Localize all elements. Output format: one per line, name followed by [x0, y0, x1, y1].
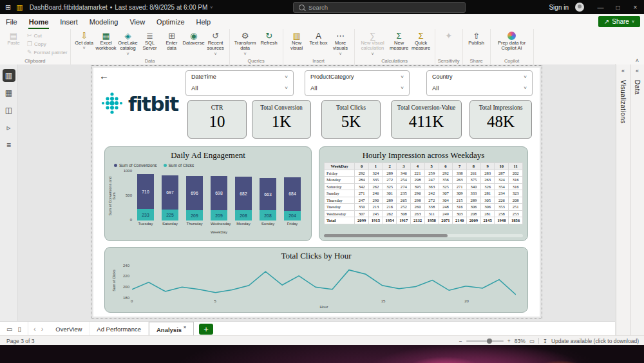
- prep-data-for-copilot-ai-button[interactable]: Prep data for Copilot AI: [493, 30, 531, 52]
- matrix-cell[interactable]: 249: [439, 210, 453, 217]
- matrix-cell[interactable]: 316: [453, 204, 467, 211]
- matrix-cell[interactable]: 354: [495, 183, 509, 190]
- bar-saturday[interactable]: 697225: [162, 175, 178, 221]
- matrix-cell[interactable]: 346: [397, 170, 411, 177]
- matrix-cell[interactable]: 325: [439, 183, 453, 190]
- matrix-cell[interactable]: 283: [480, 170, 495, 177]
- matrix-cell[interactable]: 260: [411, 204, 425, 211]
- matrix-row[interactable]: Wednesday3072452623082633112493032082812…: [325, 210, 523, 217]
- matrix-cell[interactable]: 356: [439, 177, 453, 184]
- matrix-scrollbar-thumb[interactable]: [324, 234, 448, 237]
- bar-monday[interactable]: 682208: [235, 177, 252, 221]
- onelake-catalog-button[interactable]: ◈OneLake catalog˅: [117, 30, 139, 57]
- matrix-cell[interactable]: 272: [383, 177, 397, 184]
- matrix-cell[interactable]: 324: [369, 170, 383, 177]
- expand-visualizations-icon[interactable]: «: [621, 68, 625, 74]
- matrix-cell[interactable]: 316: [509, 177, 523, 184]
- matrix-cell[interactable]: 335: [369, 177, 383, 184]
- matrix-cell[interactable]: 342: [355, 183, 369, 190]
- matrix-cell[interactable]: 350: [355, 204, 369, 211]
- matrix-cell[interactable]: 292: [355, 170, 369, 177]
- report-view-button[interactable]: ▥: [3, 69, 15, 82]
- refresh-button[interactable]: ↻Refresh: [258, 30, 280, 46]
- matrix-column-header[interactable]: 3: [397, 163, 411, 170]
- matrix-cell[interactable]: 290: [369, 197, 383, 204]
- matrix-cell[interactable]: 253: [509, 210, 523, 217]
- matrix-cell[interactable]: 326: [480, 183, 495, 190]
- mobile-layout-icon[interactable]: ▯: [17, 326, 21, 333]
- matrix-cell[interactable]: 245: [369, 210, 383, 217]
- hourly-impression-card[interactable]: Hourly Impression across Weekdays WeekDa…: [319, 146, 528, 241]
- matrix-cell[interactable]: 262: [369, 183, 383, 190]
- slicer-value-row[interactable]: All˅: [310, 84, 404, 92]
- matrix-total-row[interactable]: Total20991915195419172132195820712140200…: [325, 217, 523, 224]
- kpi-card-total-clicks[interactable]: Total Clicks5K: [321, 100, 381, 139]
- legend-item-sum-of-conversions[interactable]: Sum of Conversions: [114, 163, 157, 168]
- report-page[interactable]: ← fitbit DateTime˅All˅ProductCategory˅Al…: [93, 68, 540, 317]
- matrix-cell[interactable]: 263: [411, 210, 425, 217]
- bar-segment-conversions[interactable]: 696: [186, 176, 203, 210]
- model-view-button[interactable]: ◫: [3, 104, 15, 117]
- matrix-column-header[interactable]: 10: [495, 163, 509, 170]
- matrix-cell[interactable]: 325: [383, 183, 397, 190]
- matrix-cell[interactable]: 306: [467, 204, 481, 211]
- matrix-cell[interactable]: 247: [424, 177, 439, 184]
- matrix-cell[interactable]: 301: [383, 190, 397, 197]
- matrix-cell[interactable]: 363: [424, 183, 439, 190]
- matrix-cell[interactable]: Monday: [325, 177, 355, 184]
- matrix-cell[interactable]: 323: [509, 190, 523, 197]
- bar-segment-clicks[interactable]: 208: [260, 210, 276, 221]
- matrix-column-header[interactable]: 4: [411, 163, 425, 170]
- recent-sources-button[interactable]: ↺Recent sources˅: [205, 30, 227, 57]
- matrix-cell[interactable]: 289: [467, 197, 481, 204]
- bar-wednesday[interactable]: 698209: [211, 176, 227, 221]
- excel-workbook-button[interactable]: ▦Excel workbook: [95, 30, 117, 52]
- matrix-cell[interactable]: 316: [509, 183, 523, 190]
- kpi-card-total-impressions[interactable]: Total Impressions48K: [469, 100, 532, 139]
- new-measure-button[interactable]: ΣNew measure: [388, 30, 410, 52]
- dataverse-button[interactable]: ◉Dataverse: [183, 30, 205, 46]
- bar-segment-conversions[interactable]: 698: [211, 176, 227, 210]
- dax-query-view-button[interactable]: ▹: [3, 121, 15, 134]
- slicer-header-caret-icon[interactable]: ˅: [285, 74, 288, 80]
- update-download-icon[interactable]: ↧: [543, 338, 547, 344]
- window-title[interactable]: DashBoard.fitbitdatamarket • Last saved:…: [30, 4, 213, 11]
- more-visuals-button[interactable]: ⋯More visuals˅: [330, 30, 352, 57]
- slicer-value-row[interactable]: All˅: [191, 84, 288, 92]
- matrix-cell[interactable]: Thursday: [325, 197, 355, 204]
- matrix-cell[interactable]: 287: [495, 170, 509, 177]
- matrix-cell[interactable]: 324: [495, 177, 509, 184]
- zoom-slider-thumb[interactable]: [487, 338, 492, 344]
- matrix-column-header[interactable]: 11: [509, 163, 523, 170]
- matrix-cell[interactable]: 271: [453, 183, 467, 190]
- slicer-productcategory[interactable]: ProductCategory˅All˅: [305, 70, 410, 96]
- matrix-cell[interactable]: Friday: [325, 170, 355, 177]
- menu-tab-optimize[interactable]: Optimize: [151, 14, 190, 29]
- matrix-cell[interactable]: 307: [355, 210, 369, 217]
- matrix-cell[interactable]: 208: [467, 210, 481, 217]
- matrix-cell[interactable]: 305: [480, 197, 495, 204]
- matrix-column-header[interactable]: 8: [467, 163, 481, 170]
- next-page-arrow[interactable]: ›: [41, 325, 44, 333]
- get-data-button[interactable]: ⇩Get data˅: [73, 30, 95, 51]
- matrix-cell[interactable]: 274: [397, 183, 411, 190]
- matrix-cell[interactable]: 247: [355, 197, 369, 204]
- matrix-cell[interactable]: 298: [411, 177, 425, 184]
- close-page-icon[interactable]: ×: [184, 325, 186, 329]
- matrix-cell[interactable]: 353: [495, 204, 509, 211]
- bar-segment-clicks[interactable]: 209: [186, 210, 203, 221]
- bar-segment-conversions[interactable]: 663: [260, 178, 276, 210]
- matrix-row[interactable]: Saturday34226232527439536332527134032635…: [325, 183, 523, 190]
- matrix-cell[interactable]: 265: [397, 197, 411, 204]
- matrix-cell[interactable]: 246: [369, 190, 383, 197]
- menu-tab-insert[interactable]: Insert: [54, 14, 84, 29]
- matrix-row[interactable]: Monday2843352722542982473562633752633243…: [325, 177, 523, 184]
- matrix-cell[interactable]: 309: [453, 190, 467, 197]
- matrix-cell[interactable]: 221: [411, 170, 425, 177]
- search-input[interactable]: Search: [293, 2, 466, 13]
- matrix-cell[interactable]: 281: [480, 190, 495, 197]
- matrix-cell[interactable]: Tuesday: [325, 204, 355, 211]
- zoom-in-button[interactable]: +: [507, 338, 511, 344]
- matrix-horizontal-scrollbar[interactable]: [324, 234, 523, 237]
- share-button[interactable]: ↗ Share ˅: [598, 16, 640, 27]
